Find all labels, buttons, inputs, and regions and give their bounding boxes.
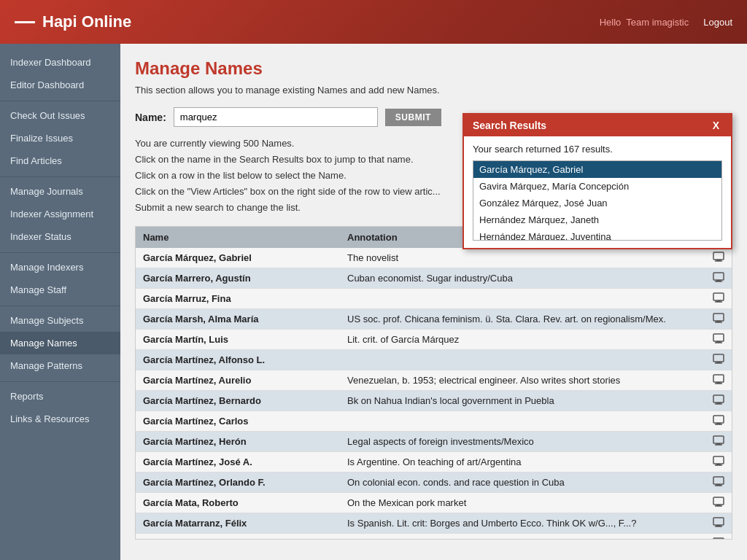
popup-list-item[interactable]: Gavira Márquez, María Concepción — [473, 178, 721, 195]
svg-rect-15 — [713, 354, 724, 362]
popup-list-item[interactable]: García Márquez, Gabriel — [473, 161, 721, 178]
username: Team imagistic — [626, 17, 689, 28]
name-cell: García Martín, Luis — [136, 330, 340, 350]
name-cell: García Martínez, Carlos — [136, 411, 340, 432]
view-articles-icon[interactable] — [705, 513, 732, 534]
table-row[interactable]: García Martínez, Carlos — [136, 411, 732, 432]
view-articles-icon[interactable] — [705, 493, 732, 513]
sidebar-group-1: Indexer Dashboard Editor Dashboard — [0, 51, 120, 96]
view-articles-icon[interactable] — [705, 534, 732, 540]
monitor-icon — [713, 354, 724, 364]
sidebar-item-indexer-dashboard[interactable]: Indexer Dashboard — [0, 51, 120, 74]
table-row[interactable]: García Martínez, Alfonso L. — [136, 350, 732, 370]
view-articles-icon[interactable] — [705, 268, 732, 289]
svg-rect-24 — [713, 416, 724, 423]
sidebar-group-4: Manage Indexers Manage Staff — [0, 256, 120, 301]
table-row[interactable]: García Martínez, HerónLegal aspects of f… — [136, 432, 732, 452]
view-articles-icon[interactable] — [705, 411, 732, 432]
popup-list[interactable]: García Márquez, GabrielGavira Márquez, M… — [473, 160, 722, 241]
table-row[interactable]: García Mata, RobertoOn the Mexican pork … — [136, 493, 732, 513]
name-cell: García Mata, Roberto — [136, 493, 340, 513]
popup-list-item[interactable]: Hernández Márquez, Juventina — [473, 228, 721, 241]
popup-result-count: Your search returned 167 results. — [473, 144, 722, 155]
popup-list-item[interactable]: González Márquez, José Juan — [473, 195, 721, 211]
view-articles-icon[interactable] — [705, 472, 732, 493]
popup-body: Your search returned 167 results. García… — [464, 136, 731, 248]
svg-rect-39 — [713, 518, 724, 525]
table-body: García Márquez, GabrielThe novelist Garc… — [136, 248, 732, 540]
annotation-cell: Is Argentine. On teaching of art/Argenti… — [340, 452, 705, 472]
sidebar-item-manage-patterns[interactable]: Manage Patterns — [0, 354, 120, 377]
svg-rect-30 — [713, 456, 724, 464]
greeting-text: Hello Team imagistic — [600, 17, 689, 28]
popup-header: Search Results X — [464, 114, 731, 136]
table-row[interactable]: García Martínez, Orlando F.On colonial e… — [136, 472, 732, 493]
view-articles-icon[interactable] — [705, 289, 732, 309]
logout-button[interactable]: Logout — [703, 17, 732, 28]
sidebar-group-2: Check Out Issues Finalize Issues Find Ar… — [0, 104, 120, 172]
sidebar-item-manage-indexers[interactable]: Manage Indexers — [0, 256, 120, 279]
sidebar-item-indexer-status[interactable]: Indexer Status — [0, 225, 120, 248]
sidebar-group-6: Reports Links & Resources — [0, 385, 120, 430]
sidebar-item-links-resources[interactable]: Links & Resources — [0, 408, 120, 430]
svg-rect-36 — [713, 497, 724, 505]
sidebar-item-manage-names[interactable]: Manage Names — [0, 332, 120, 354]
sidebar-item-manage-staff[interactable]: Manage Staff — [0, 279, 120, 301]
sidebar-item-manage-journals[interactable]: Manage Journals — [0, 180, 120, 203]
popup-close-button[interactable]: X — [710, 120, 722, 131]
monitor-icon — [713, 252, 724, 262]
sidebar-item-reports[interactable]: Reports — [0, 385, 120, 408]
view-articles-icon[interactable] — [705, 350, 732, 370]
submit-button[interactable]: SUBMIT — [385, 109, 441, 126]
svg-rect-33 — [713, 477, 724, 484]
svg-rect-42 — [713, 538, 724, 540]
table-row[interactable]: García Marsh, Alma MaríaUS soc. prof. Ch… — [136, 309, 732, 330]
view-articles-icon[interactable] — [705, 452, 732, 472]
sidebar-divider-2 — [0, 176, 120, 177]
search-label: Name: — [135, 112, 166, 123]
annotation-cell — [340, 411, 705, 432]
table-row[interactable]: García Martínez, José A.Is Argentine. On… — [136, 452, 732, 472]
svg-rect-12 — [713, 334, 724, 341]
monitor-icon — [713, 415, 724, 425]
sidebar-item-finalize-issues[interactable]: Finalize Issues — [0, 127, 120, 149]
sidebar: Indexer Dashboard Editor Dashboard Check… — [0, 44, 120, 560]
sidebar-item-manage-subjects[interactable]: Manage Subjects — [0, 309, 120, 332]
name-cell: García Marruz, Fina — [136, 289, 340, 309]
monitor-icon — [713, 333, 724, 343]
monitor-icon — [713, 272, 724, 282]
table-row[interactable]: García Martín, LuisLit. crit. of García … — [136, 330, 732, 350]
table-wrapper: Name Annotation García Márquez, GabrielT… — [135, 226, 732, 540]
view-articles-icon[interactable] — [705, 309, 732, 330]
table-row[interactable]: García Martínez, AurelioVenezuelan, b. 1… — [136, 370, 732, 391]
name-cell: García Márquez, Gabriel — [136, 248, 340, 268]
view-articles-icon[interactable] — [705, 391, 732, 411]
hello-label: Hello — [600, 17, 622, 28]
table-row[interactable]: García Marrero, AgustínCuban economist. … — [136, 268, 732, 289]
table-row[interactable]: García Márquez, GabrielThe novelist — [136, 248, 732, 268]
table-row[interactable]: García Mateos, RamónPoet. Can't find. Th… — [136, 534, 732, 540]
monitor-icon — [713, 435, 724, 446]
svg-rect-18 — [713, 375, 724, 382]
monitor-icon — [713, 374, 724, 384]
table-row[interactable]: García Martínez, BernardoBk on Nahua Ind… — [136, 391, 732, 411]
monitor-icon — [713, 497, 724, 507]
monitor-icon — [713, 517, 724, 527]
search-input[interactable] — [174, 107, 378, 127]
sidebar-item-find-articles[interactable]: Find Articles — [0, 149, 120, 172]
name-cell: García Martínez, Orlando F. — [136, 472, 340, 493]
view-articles-icon[interactable] — [705, 432, 732, 452]
monitor-icon — [713, 537, 724, 540]
view-articles-icon[interactable] — [705, 370, 732, 391]
table-row[interactable]: García Marruz, Fina — [136, 289, 732, 309]
sidebar-item-check-out-issues[interactable]: Check Out Issues — [0, 104, 120, 127]
sidebar-item-indexer-assignment[interactable]: Indexer Assignment — [0, 203, 120, 225]
popup-list-item[interactable]: Hernández Márquez, Janeth — [473, 211, 721, 228]
page-title: Manage Names — [135, 58, 732, 79]
table-row[interactable]: García Matarranz, FélixIs Spanish. Lit. … — [136, 513, 732, 534]
annotation-cell: On colonial econ. conds. and race questi… — [340, 472, 705, 493]
view-articles-icon[interactable] — [705, 330, 732, 350]
view-articles-icon[interactable] — [705, 248, 732, 268]
monitor-icon — [713, 394, 724, 405]
sidebar-item-editor-dashboard[interactable]: Editor Dashboard — [0, 74, 120, 96]
